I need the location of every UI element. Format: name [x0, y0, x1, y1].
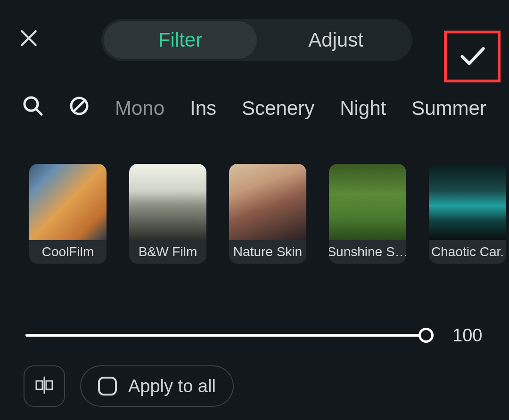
apply-all-label: Apply to all [128, 376, 216, 396]
apply-to-all-button[interactable]: Apply to all [80, 365, 234, 407]
bottom-controls: Apply to all [24, 365, 234, 407]
filter-card-sunshine[interactable]: Sunshine S… [329, 164, 406, 264]
filter-thumb [229, 164, 306, 240]
tab-filter[interactable]: Filter [104, 21, 257, 59]
tab-adjust[interactable]: Adjust [259, 21, 412, 59]
filter-label: Nature Skin [229, 240, 306, 264]
filter-label: B&W Film [129, 240, 206, 264]
filter-cards: CoolFilm B&W Film Nature Skin Sunshine S… [29, 164, 509, 267]
tab-segment: Filter Adjust [101, 19, 412, 61]
filter-label: Chaotic Car. [429, 240, 506, 264]
filter-thumb [329, 164, 406, 240]
checkbox-unchecked-icon [98, 377, 117, 396]
filter-card-coolfilm[interactable]: CoolFilm [29, 164, 107, 264]
category-night[interactable]: Night [340, 97, 386, 120]
filter-label: CoolFilm [29, 240, 107, 264]
slider-handle[interactable] [419, 328, 434, 343]
filter-card-chaoticcar[interactable]: Chaotic Car. [429, 164, 506, 264]
close-button[interactable] [19, 28, 42, 52]
filter-card-bwfilm[interactable]: B&W Film [129, 164, 206, 264]
filter-thumb [429, 164, 506, 240]
compare-button[interactable] [24, 365, 65, 407]
category-mono[interactable]: Mono [115, 97, 164, 120]
none-filter-icon[interactable] [69, 96, 90, 121]
category-ins[interactable]: Ins [190, 97, 216, 120]
category-row: Mono Ins Scenery Night Summer S [23, 89, 509, 127]
intensity-slider[interactable]: 100 [25, 326, 490, 345]
slider-track [25, 334, 426, 337]
category-summer[interactable]: Summer [411, 97, 486, 120]
close-icon [19, 41, 39, 49]
filter-thumb [129, 164, 206, 240]
slider-value: 100 [452, 325, 490, 346]
confirm-button[interactable] [444, 31, 501, 82]
check-icon [457, 40, 487, 73]
filter-card-natureskin[interactable]: Nature Skin [229, 164, 306, 264]
category-scenery[interactable]: Scenery [242, 97, 314, 120]
search-icon[interactable] [23, 96, 43, 121]
filter-label: Sunshine S… [329, 240, 406, 264]
filter-thumb [29, 164, 107, 240]
compare-icon [34, 375, 54, 397]
top-bar: Filter Adjust [0, 19, 509, 61]
